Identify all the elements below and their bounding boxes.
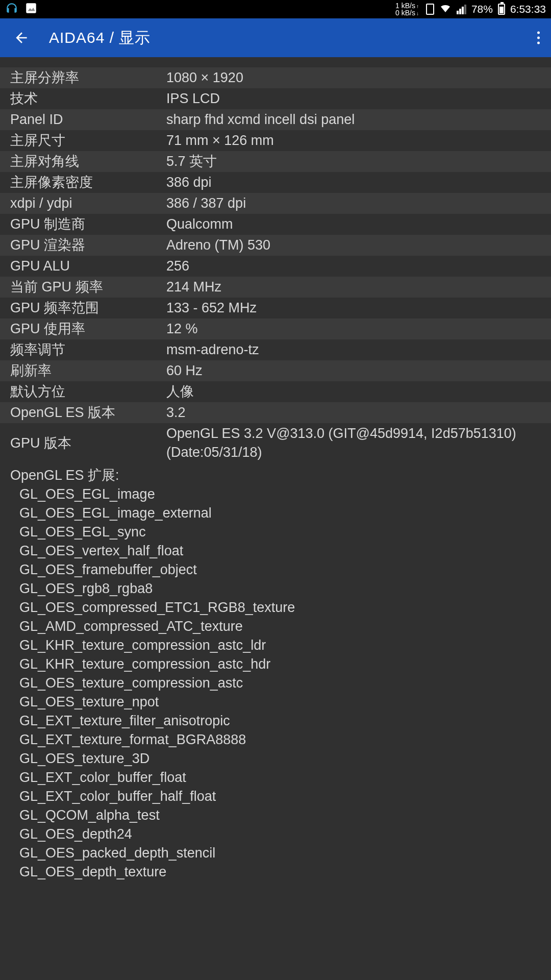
table-row: GPU 渲染器Adreno (TM) 530 — [0, 235, 551, 256]
property-value: OpenGL ES 3.2 V@313.0 (GIT@45d9914, I2d5… — [166, 424, 541, 462]
property-label: GPU 版本 — [10, 434, 166, 453]
table-row: GPU 版本OpenGL ES 3.2 V@313.0 (GIT@45d9914… — [0, 423, 551, 463]
table-row: 技术IPS LCD — [0, 88, 551, 109]
extension-item: GL_QCOM_alpha_test — [10, 806, 541, 825]
property-value: sharp fhd xcmd incell dsi panel — [166, 110, 541, 129]
extension-item: GL_KHR_texture_compression_astc_hdr — [10, 655, 541, 674]
property-label: xdpi / ydpi — [10, 194, 166, 213]
extension-item: GL_OES_compressed_ETC1_RGB8_texture — [10, 598, 541, 617]
table-row: GPU 制造商Qualcomm — [0, 214, 551, 235]
property-label: GPU 渲染器 — [10, 236, 166, 255]
property-value: Qualcomm — [166, 215, 541, 234]
property-value: 133 - 652 MHz — [166, 299, 541, 317]
portrait-lock-icon — [426, 4, 434, 15]
property-value: IPS LCD — [166, 89, 541, 108]
extension-item: GL_EXT_texture_format_BGRA8888 — [10, 730, 541, 749]
property-value: 12 % — [166, 320, 541, 338]
property-label: 主屏尺寸 — [10, 131, 166, 150]
property-value: 71 mm × 126 mm — [166, 131, 541, 150]
property-label: GPU ALU — [10, 257, 166, 276]
property-label: Panel ID — [10, 110, 166, 129]
property-label: 频率调节 — [10, 340, 166, 359]
picture-icon — [24, 2, 38, 17]
overflow-menu-button[interactable] — [537, 32, 540, 44]
table-row: 主屏像素密度386 dpi — [0, 172, 551, 193]
battery-icon — [498, 4, 505, 15]
extension-item: GL_OES_EGL_image — [10, 485, 541, 504]
property-label: 主屏对角线 — [10, 152, 166, 171]
property-label: 技术 — [10, 89, 166, 108]
table-row: 频率调节msm-adreno-tz — [0, 339, 551, 360]
property-value: 5.7 英寸 — [166, 152, 541, 171]
extension-item: GL_OES_texture_npot — [10, 693, 541, 712]
property-value: 386 / 387 dpi — [166, 194, 541, 213]
app-title: AIDA64 / 显示 — [49, 28, 151, 48]
property-value: 60 Hz — [166, 361, 541, 380]
battery-percent: 78% — [471, 3, 493, 15]
extension-item: GL_EXT_color_buffer_float — [10, 768, 541, 787]
headphone-icon — [5, 2, 18, 17]
property-value: msm-adreno-tz — [166, 340, 541, 359]
property-value: 214 MHz — [166, 278, 541, 297]
property-value: 256 — [166, 257, 541, 276]
property-label: 刷新率 — [10, 361, 166, 380]
status-left — [5, 2, 38, 17]
property-label: 主屏分辨率 — [10, 68, 166, 87]
table-row: 主屏尺寸71 mm × 126 mm — [0, 130, 551, 151]
svg-rect-0 — [26, 3, 36, 13]
property-label: GPU 频率范围 — [10, 299, 166, 317]
table-row: xdpi / ydpi386 / 387 dpi — [0, 193, 551, 214]
properties-table: 主屏分辨率1080 × 1920技术IPS LCDPanel IDsharp f… — [0, 67, 551, 463]
extension-item: GL_KHR_texture_compression_astc_ldr — [10, 636, 541, 655]
extension-item: GL_OES_framebuffer_object — [10, 560, 541, 579]
net-up: 1 kB/s — [395, 2, 419, 9]
extension-item: GL_OES_texture_3D — [10, 749, 541, 768]
content-scroll[interactable]: 主屏分辨率1080 × 1920技术IPS LCDPanel IDsharp f… — [0, 57, 551, 881]
extension-item: GL_EXT_texture_filter_anisotropic — [10, 712, 541, 730]
property-label: 当前 GPU 频率 — [10, 278, 166, 297]
signal-icon — [457, 5, 466, 14]
table-row: GPU 使用率12 % — [0, 318, 551, 339]
property-label: GPU 使用率 — [10, 320, 166, 338]
table-row: OpenGL ES 版本3.2 — [0, 402, 551, 423]
net-down: 0 kB/s — [395, 9, 419, 16]
property-label: OpenGL ES 版本 — [10, 403, 166, 422]
property-value: 人像 — [166, 382, 541, 401]
table-row: 当前 GPU 频率214 MHz — [0, 277, 551, 298]
status-right: 1 kB/s 0 kB/s 78% 6:53:33 — [395, 2, 546, 17]
extension-item: GL_OES_vertex_half_float — [10, 542, 541, 560]
back-button[interactable] — [11, 28, 32, 48]
extensions-header: OpenGL ES 扩展: — [10, 466, 541, 485]
network-speed: 1 kB/s 0 kB/s — [395, 2, 419, 16]
extension-item: GL_EXT_color_buffer_half_float — [10, 787, 541, 806]
table-row: 刷新率60 Hz — [0, 360, 551, 381]
clock: 6:53:33 — [510, 3, 546, 15]
extension-item: GL_OES_rgb8_rgba8 — [10, 579, 541, 598]
property-label: 默认方位 — [10, 382, 166, 401]
property-label: GPU 制造商 — [10, 215, 166, 234]
extensions-list: GL_OES_EGL_imageGL_OES_EGL_image_externa… — [10, 485, 541, 881]
wifi-icon — [439, 2, 452, 17]
table-row: 主屏对角线5.7 英寸 — [0, 151, 551, 172]
table-row: GPU 频率范围133 - 652 MHz — [0, 298, 551, 318]
status-bar: 1 kB/s 0 kB/s 78% 6:53:33 — [0, 0, 551, 18]
table-row: 默认方位人像 — [0, 381, 551, 402]
app-bar: AIDA64 / 显示 — [0, 18, 551, 57]
extensions-section: OpenGL ES 扩展: GL_OES_EGL_imageGL_OES_EGL… — [0, 463, 551, 881]
table-row: GPU ALU256 — [0, 256, 551, 277]
table-row: Panel IDsharp fhd xcmd incell dsi panel — [0, 109, 551, 130]
table-row: 主屏分辨率1080 × 1920 — [0, 67, 551, 88]
property-value: 551 × 980 — [166, 68, 541, 87]
extension-item: GL_OES_packed_depth_stencil — [10, 844, 541, 863]
extension-item: GL_OES_texture_compression_astc — [10, 674, 541, 693]
property-value: 386 dpi — [166, 173, 541, 192]
property-value: 3.2 — [166, 403, 541, 422]
property-value: Adreno (TM) 530 — [166, 236, 541, 255]
extension-item: GL_OES_EGL_sync — [10, 523, 541, 542]
extension-item: GL_AMD_compressed_ATC_texture — [10, 617, 541, 636]
property-label: 主屏像素密度 — [10, 173, 166, 192]
extension-item: GL_OES_EGL_image_external — [10, 504, 541, 523]
extension-item: GL_OES_depth24 — [10, 825, 541, 844]
extension-item: GL_OES_depth_texture — [10, 863, 541, 881]
